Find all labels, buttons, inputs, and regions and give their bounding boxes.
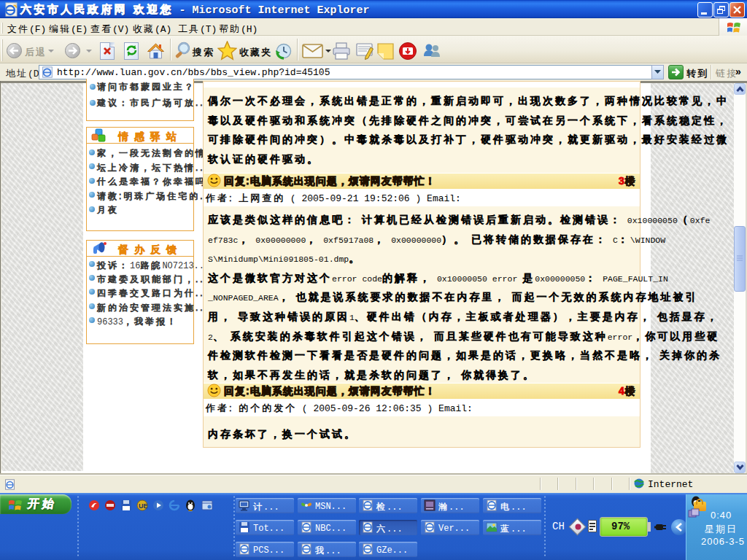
svg-text:UE: UE — [139, 502, 148, 510]
